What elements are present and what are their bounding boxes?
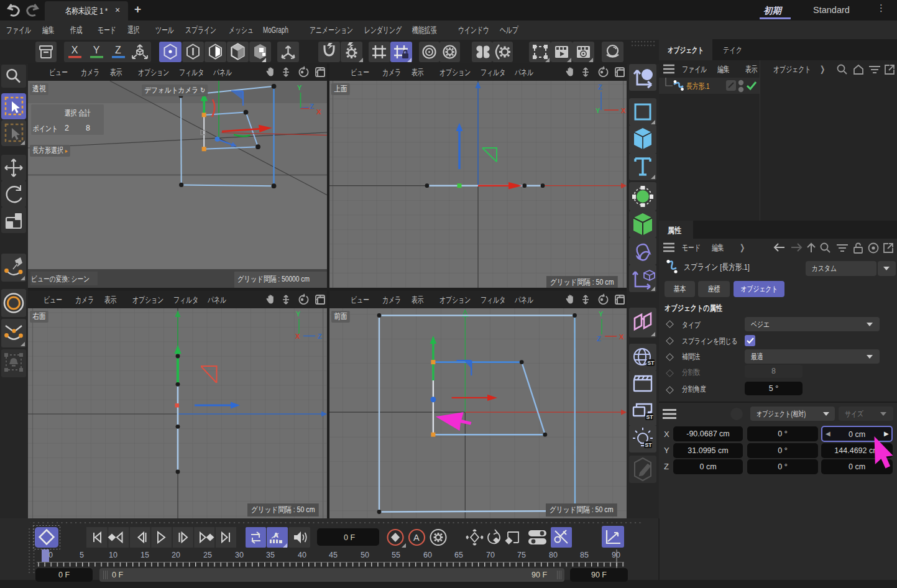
svg-text:X: X [316,108,321,116]
svg-text:Z: Z [115,45,121,55]
svg-text:ST: ST [646,414,654,420]
svg-text:0 F: 0 F [344,533,355,542]
svg-text:Y: Y [599,310,604,318]
svg-text:Z: Z [598,83,602,91]
svg-text:X: X [71,45,78,55]
svg-text:X: X [621,107,626,114]
svg-text:Z: Z [310,103,314,110]
svg-text:A: A [413,533,420,543]
svg-text:Y: Y [297,84,302,91]
svg-text:Y: Y [296,310,301,318]
svg-text:ST: ST [645,442,653,448]
svg-text:X: X [619,333,624,341]
svg-text:X: X [295,333,300,340]
svg-text:Z: Z [318,333,322,340]
svg-text:Y: Y [93,45,100,55]
svg-text:Y: Y [596,107,600,114]
svg-text:Z: Z [597,335,601,342]
svg-text:ST: ST [648,360,655,366]
